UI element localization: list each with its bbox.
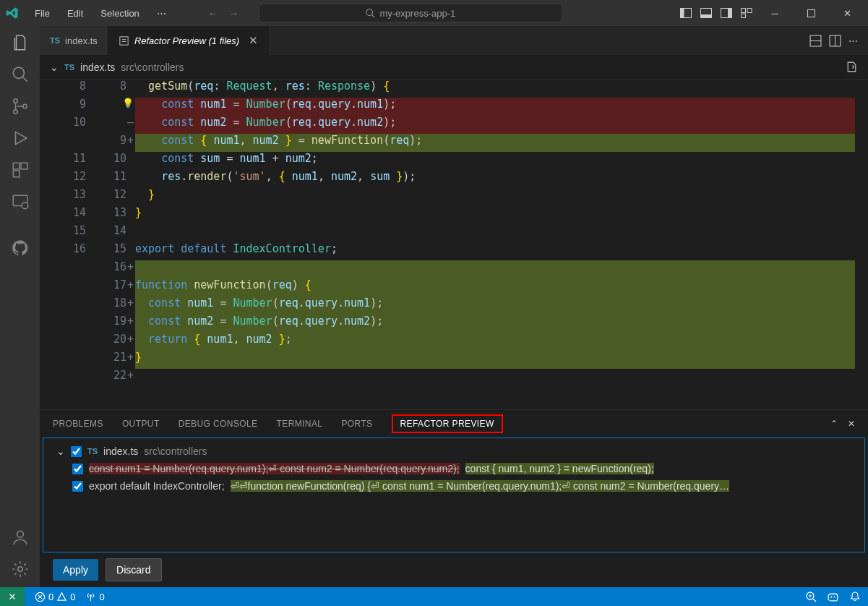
warning-icon	[56, 592, 67, 602]
preview-icon	[119, 35, 129, 46]
tab-label: index.ts	[65, 35, 98, 46]
activity-bar	[0, 26, 40, 587]
svg-rect-18	[21, 163, 27, 169]
source-control-icon[interactable]	[9, 95, 31, 117]
preview-context-text: export default IndexController;	[89, 480, 225, 492]
split-down-icon[interactable]	[809, 35, 822, 47]
split-right-icon[interactable]	[829, 35, 841, 47]
remote-explorer-icon[interactable]	[9, 191, 31, 213]
window-close-icon[interactable]: ✕	[832, 0, 862, 26]
tab-refactor-preview[interactable]: Refactor Preview (1 files) ✕	[108, 26, 269, 55]
svg-point-39	[834, 596, 835, 597]
close-icon[interactable]: ✕	[249, 34, 258, 47]
svg-point-38	[830, 596, 832, 597]
nav-forward-icon[interactable]: →	[226, 5, 241, 22]
svg-line-34	[813, 599, 816, 602]
panel-tab-terminal[interactable]: TERMINAL	[277, 419, 323, 429]
svg-point-0	[366, 9, 373, 16]
change-checkbox[interactable]	[72, 481, 83, 492]
titlebar: File Edit Selection ⋯ ← → my-express-app…	[0, 0, 868, 26]
discard-button[interactable]: Discard	[106, 558, 161, 581]
svg-rect-24	[120, 36, 128, 44]
svg-point-21	[22, 202, 28, 209]
github-icon[interactable]	[9, 237, 31, 259]
close-panel-icon[interactable]: ✕	[848, 419, 855, 429]
layout-customize-icon[interactable]	[739, 6, 754, 20]
explorer-icon[interactable]	[9, 32, 31, 54]
typescript-icon: TS	[87, 447, 98, 456]
minimap[interactable]	[855, 80, 868, 409]
svg-rect-17	[13, 163, 20, 169]
menu-edit[interactable]: Edit	[60, 5, 90, 22]
extensions-icon[interactable]	[9, 159, 31, 181]
svg-point-12	[13, 67, 24, 78]
settings-gear-icon[interactable]	[9, 558, 31, 580]
vscode-logo-icon	[6, 7, 19, 20]
preview-file-name: index.ts	[103, 445, 138, 457]
change-checkbox[interactable]	[72, 464, 83, 474]
panel-tab-ports[interactable]: PORTS	[341, 419, 372, 429]
more-actions-icon[interactable]: ⋯	[848, 35, 858, 46]
error-icon	[35, 592, 46, 602]
run-debug-icon[interactable]	[9, 127, 31, 149]
layout-left-icon[interactable]	[679, 6, 693, 20]
svg-rect-19	[13, 171, 20, 177]
menu-more-icon[interactable]: ⋯	[150, 5, 173, 22]
svg-rect-9	[747, 9, 752, 13]
svg-rect-8	[742, 9, 746, 13]
panel-tabs: PROBLEMS OUTPUT DEBUG CONSOLE TERMINAL P…	[40, 410, 868, 438]
preview-change-row[interactable]: const num1 = Number(req.query.num1);⏎ co…	[43, 460, 864, 477]
tab-label: Refactor Preview (1 files)	[134, 35, 239, 46]
apply-button[interactable]: Apply	[53, 559, 98, 581]
lightbulb-icon: 💡	[122, 98, 134, 108]
accounts-icon[interactable]	[9, 526, 31, 548]
file-checkbox[interactable]	[71, 446, 82, 457]
tab-index-ts[interactable]: TS index.ts	[40, 26, 108, 55]
preview-file-path: src\controllers	[144, 445, 207, 457]
editor-tabs: TS index.ts Refactor Preview (1 files) ✕…	[40, 26, 868, 55]
statusbar: 0 0 0	[0, 587, 868, 606]
go-to-file-icon[interactable]	[846, 61, 858, 73]
radio-tower-icon	[85, 592, 96, 602]
remote-indicator[interactable]	[0, 587, 25, 606]
panel-tab-output[interactable]: OUTPUT	[122, 419, 160, 429]
status-ports[interactable]: 0	[85, 592, 104, 602]
preview-old-text: const num1 = Number(req.query.num1);⏎ co…	[89, 463, 460, 474]
chevron-down-icon[interactable]: ⌄	[50, 61, 59, 73]
menu-file[interactable]: File	[27, 5, 57, 22]
preview-new-text: ⏎⏎function newFunction(req) {⏎ const num…	[231, 480, 729, 492]
remote-icon	[7, 592, 17, 602]
menu-selection[interactable]: Selection	[93, 5, 146, 22]
svg-line-1	[372, 15, 375, 18]
preview-new-text: const { num1, num2 } = newFunction(req);	[465, 463, 654, 474]
window-minimize-icon[interactable]: ─	[760, 0, 790, 26]
command-center[interactable]: my-express-app-1	[259, 4, 562, 22]
panel-tab-refactor-preview[interactable]: REFACTOR PREVIEW	[392, 414, 503, 433]
refactor-preview-body: ⌄ TS index.ts src\controllers const num1…	[43, 438, 865, 552]
preview-change-row[interactable]: export default IndexController;⏎⏎functio…	[43, 477, 864, 495]
bell-icon[interactable]	[849, 591, 861, 602]
svg-point-23	[17, 567, 22, 572]
copilot-icon[interactable]	[827, 591, 839, 603]
breadcrumb-file[interactable]: index.ts	[80, 61, 115, 73]
search-icon[interactable]	[9, 64, 31, 85]
window-maximize-icon[interactable]	[796, 0, 826, 26]
zoom-icon[interactable]	[805, 591, 817, 602]
panel-tab-debug[interactable]: DEBUG CONSOLE	[179, 419, 258, 429]
preview-file-header[interactable]: ⌄ TS index.ts src\controllers	[43, 443, 864, 460]
diff-editor[interactable]: 88 getSum(req: Request, res: Response) {…	[40, 80, 868, 409]
chevron-down-icon[interactable]: ⌄	[56, 445, 65, 457]
svg-rect-7	[728, 9, 732, 18]
layout-right-icon[interactable]	[719, 6, 734, 20]
typescript-icon: TS	[50, 36, 60, 45]
svg-line-13	[22, 77, 27, 82]
layout-bottom-icon[interactable]	[699, 6, 713, 20]
svg-rect-10	[742, 14, 746, 18]
chevron-up-icon[interactable]: ⌃	[830, 419, 838, 429]
nav-back-icon[interactable]: ←	[205, 5, 220, 22]
svg-point-16	[22, 104, 26, 108]
panel-tab-problems[interactable]: PROBLEMS	[53, 419, 103, 429]
status-problems[interactable]: 0 0	[35, 592, 75, 602]
svg-rect-3	[681, 9, 684, 18]
search-icon	[365, 8, 375, 18]
